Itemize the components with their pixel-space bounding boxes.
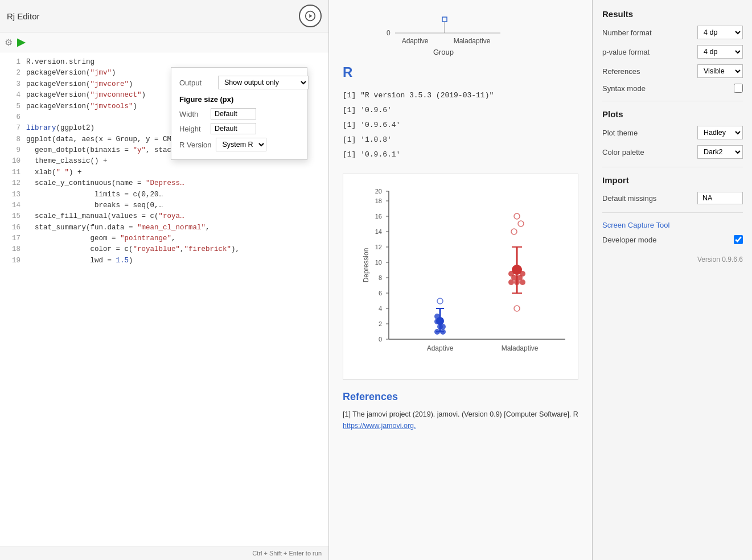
svg-text:Depression: Depression: [362, 248, 370, 283]
svg-point-43: [436, 317, 444, 325]
svg-point-56: [511, 229, 517, 234]
color-palette-select[interactable]: Dark2 Set1 Set2: [697, 145, 743, 159]
svg-text:Group: Group: [433, 48, 454, 56]
svg-point-41: [437, 298, 443, 304]
number-format-select[interactable]: 4 dp 3 dp 2 dp: [697, 26, 743, 39]
settings-panel: Results Number format 4 dp 3 dp 2 dp p-v…: [593, 0, 752, 560]
divider-3: [602, 212, 743, 213]
svg-text:0: 0: [379, 336, 382, 343]
dot-plot-svg: 0 2 4 6 8 10 12 14 16: [349, 186, 588, 368]
popup-output-label: Output: [179, 79, 213, 87]
run-button[interactable]: [299, 5, 322, 27]
code-line-17: 17 geom = "pointrange",: [0, 233, 328, 244]
plot-theme-select[interactable]: Hadley Default Minimal: [697, 126, 743, 139]
svg-text:14: 14: [375, 228, 382, 235]
references-title: References: [343, 391, 578, 403]
output-r-header: R: [343, 64, 578, 80]
svg-text:20: 20: [375, 188, 382, 195]
code-line-11: 11 xlab(" ") +: [0, 167, 328, 178]
output-panel: 0 Adaptive Maladaptive Group R [1] "R ve…: [329, 0, 593, 560]
color-palette-row: Color palette Dark2 Set1 Set2: [602, 145, 743, 159]
r-version-row: R Version System R R 3.5 R 4.0: [179, 138, 299, 151]
svg-text:0: 0: [387, 29, 391, 37]
svg-text:Maladaptive: Maladaptive: [502, 344, 539, 352]
svg-text:10: 10: [375, 259, 382, 266]
figure-size-title: Figure size (px): [179, 95, 299, 104]
output-lines: [1] "R version 3.5.3 (2019-03-11)" [1] '…: [343, 88, 578, 162]
screen-capture-row: Screen Capture Tool: [602, 221, 743, 229]
plot-theme-row: Plot theme Hadley Default Minimal: [602, 126, 743, 139]
references-setting-label: References: [602, 67, 640, 76]
width-input[interactable]: [211, 108, 256, 120]
editor-panel: Rj Editor ⚙ ▶ 1 R.version.string 2 packa…: [0, 0, 329, 560]
import-section-title: Import: [602, 175, 743, 185]
code-line-15: 15 scale_fill_manual(values = c("roya…: [0, 211, 328, 222]
code-line-13: 13 limits = c(0,20…: [0, 190, 328, 200]
output-line-4: [1] '1.0.8': [343, 133, 578, 147]
editor-footer: Ctrl + Shift + Enter to run: [0, 546, 328, 560]
references-section: References [1] The jamovi project (2019)…: [343, 391, 578, 431]
svg-rect-3: [442, 17, 447, 22]
r-version-select[interactable]: System R R 3.5 R 4.0: [216, 138, 266, 151]
height-row: Height: [179, 123, 299, 134]
svg-point-54: [514, 213, 520, 219]
dot-plot-chart: 0 2 4 6 8 10 12 14 16: [343, 174, 578, 380]
popup-output-row: Output Show output only Show input and o…: [179, 76, 299, 89]
syntax-mode-checkbox[interactable]: [734, 84, 743, 93]
p-value-format-select[interactable]: 4 dp 3 dp 2 dp: [697, 45, 743, 59]
code-line-1: 1 R.version.string: [0, 57, 328, 68]
code-line-12: 12 scale_y_continuous(name = "Depress…: [0, 178, 328, 189]
results-section-title: Results: [602, 9, 743, 19]
r-version-label: R Version: [179, 141, 211, 149]
code-line-18: 18 color = c("royalblue","firebrick"),: [0, 244, 328, 255]
version-text: Version 0.9.6.6: [697, 256, 743, 263]
version-footer: Version 0.9.6.6: [602, 256, 743, 263]
editor-toolbar: ⚙ ▶: [0, 32, 328, 52]
svg-text:4: 4: [379, 305, 382, 312]
svg-text:Adaptive: Adaptive: [402, 37, 429, 45]
svg-text:12: 12: [375, 244, 382, 250]
code-line-19: 19 lwd = 1.5): [0, 256, 328, 266]
reference-link[interactable]: https://www.jamovi.org.: [343, 422, 416, 430]
output-line-2: [1] '0.9.6': [343, 103, 578, 118]
output-select[interactable]: Show output only Show input and output S…: [218, 76, 309, 89]
svg-text:8: 8: [379, 274, 382, 281]
references-row: References Visible Hidden: [602, 64, 743, 78]
references-select[interactable]: Visible Hidden: [697, 64, 743, 78]
top-chart-svg: 0 Adaptive Maladaptive Group: [375, 11, 546, 57]
svg-text:6: 6: [379, 290, 382, 297]
syntax-mode-label: Syntax mode: [602, 84, 646, 93]
width-label: Width: [179, 110, 211, 118]
svg-point-52: [508, 279, 514, 285]
output-line-1: [1] "R version 3.5.3 (2019-03-11)": [343, 88, 578, 103]
svg-text:18: 18: [375, 197, 382, 204]
developer-mode-row: Developer mode: [602, 235, 743, 244]
settings-icon[interactable]: ⚙: [5, 37, 13, 48]
svg-point-59: [512, 265, 522, 275]
number-format-label: Number format: [602, 28, 652, 37]
svg-text:Adaptive: Adaptive: [427, 344, 454, 352]
plot-theme-label: Plot theme: [602, 129, 638, 137]
screen-capture-link[interactable]: Screen Capture Tool: [602, 221, 669, 229]
code-line-16: 16 stat_summary(fun.data = "mean_cl_norm…: [0, 223, 328, 233]
default-missings-row: Default missings: [602, 192, 743, 204]
default-missings-input[interactable]: [697, 192, 743, 204]
run-green-button[interactable]: ▶: [17, 36, 25, 48]
editor-title: Rj Editor: [7, 11, 40, 21]
editor-header: Rj Editor: [0, 0, 328, 32]
height-input[interactable]: [211, 123, 256, 134]
output-line-5: [1] '0.9.6.1': [343, 147, 578, 162]
width-row: Width: [179, 108, 299, 120]
default-missings-label: Default missings: [602, 194, 656, 203]
height-label: Height: [179, 125, 211, 133]
developer-mode-label: Developer mode: [602, 236, 656, 244]
svg-text:16: 16: [375, 213, 382, 220]
top-chart-area: 0 Adaptive Maladaptive Group: [343, 11, 578, 59]
color-palette-label: Color palette: [602, 148, 644, 157]
divider-1: [602, 101, 743, 101]
syntax-mode-row: Syntax mode: [602, 84, 743, 93]
output-popup: Output Show output only Show input and o…: [171, 67, 307, 160]
output-line-3: [1] '0.9.6.4': [343, 118, 578, 133]
reference-1: [1] The jamovi project (2019). jamovi. (…: [343, 409, 578, 431]
developer-mode-checkbox[interactable]: [734, 235, 743, 244]
